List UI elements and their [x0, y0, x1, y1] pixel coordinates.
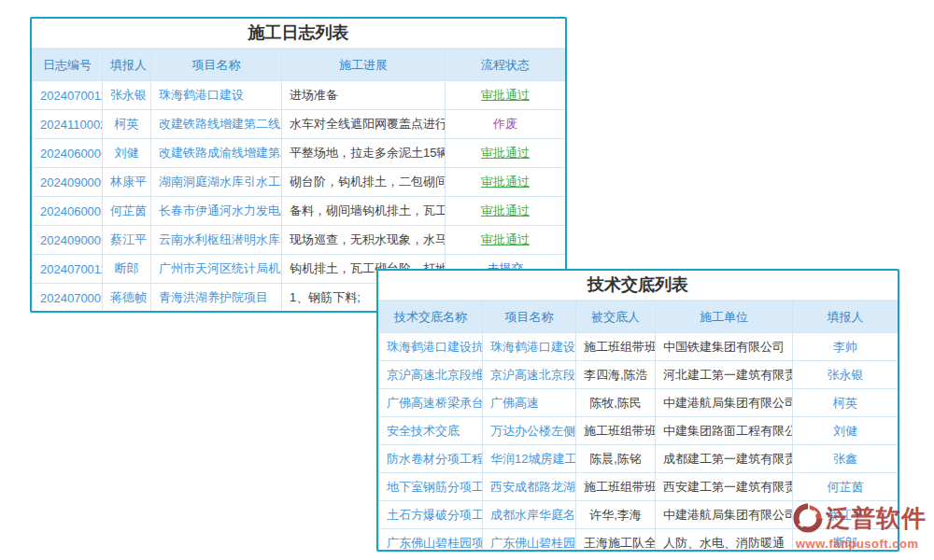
filler-cell[interactable]: 柯英	[793, 389, 899, 417]
table-row: 京沪高速北京段维修...京沪高速北京段维修李四海,陈浩河北建工第一建筑有限责任公…	[379, 361, 899, 389]
vendor-watermark: 泛普软件 www.fanpusoft.com	[790, 500, 928, 551]
table-row: 地下室钢筋分项工程...西安成都路龙湖上...施工班组带班...西安建工第一建筑…	[379, 473, 899, 501]
table-row: 2024110002柯英改建铁路线增建第二线直...水车对全线遮阳网覆盖点进行.…	[33, 110, 566, 139]
name-cell[interactable]: 广东佛山碧桂园项目...	[379, 529, 483, 553]
person-cell: 施工班组带班...	[576, 473, 656, 501]
name-cell[interactable]: 安全技术交底	[379, 417, 483, 445]
id-cell[interactable]: 2024070009	[33, 284, 103, 313]
watermark-url-text: www.fanpusoft.com	[790, 537, 928, 551]
id-cell[interactable]: 2024060005	[33, 197, 103, 226]
project-cell[interactable]: 广佛高速	[483, 389, 576, 417]
filler-cell[interactable]: 刘健	[103, 139, 151, 168]
status-cell[interactable]: 审批通过	[446, 226, 566, 255]
filler-cell[interactable]: 何芷茵	[103, 197, 151, 226]
project-cell[interactable]: 青海洪湖养护院项目	[151, 284, 282, 313]
name-cell[interactable]: 防水卷材分项工程施...	[379, 445, 483, 473]
progress-cell: 砌台阶，钩机排土，二包砌间...	[282, 168, 446, 197]
person-cell: 施工班组带班...	[576, 417, 656, 445]
filler-cell[interactable]: 张鑫	[793, 445, 899, 473]
person-cell: 陈牧,陈民	[576, 389, 656, 417]
project-cell[interactable]: 广东佛山碧桂园项目	[483, 529, 576, 553]
column-header: 项目名称	[483, 301, 576, 333]
name-cell[interactable]: 京沪高速北京段维修...	[379, 361, 483, 389]
filler-cell[interactable]: 蔡江平	[103, 226, 151, 255]
filler-cell[interactable]: 刘健	[793, 417, 899, 445]
project-cell[interactable]: 长春市伊通河水力发电厂...	[151, 197, 282, 226]
fanpu-logo-icon	[790, 500, 826, 536]
progress-cell: 水车对全线遮阳网覆盖点进行...	[282, 110, 446, 139]
filler-cell[interactable]: 张永银	[103, 81, 151, 110]
column-header: 日志编号	[33, 49, 103, 81]
project-cell[interactable]: 成都水岸华庭名苑...	[483, 501, 576, 529]
column-header: 被交底人	[576, 301, 656, 333]
person-cell: 许华,李海	[576, 501, 656, 529]
unit-cell: 西安建工第一建筑有限责任公司	[656, 473, 793, 501]
project-cell[interactable]: 华润12城房建工...	[483, 445, 576, 473]
name-cell[interactable]: 广佛高速桥梁承台施...	[379, 389, 483, 417]
id-cell[interactable]: 2024090009	[33, 168, 103, 197]
progress-cell: 现场巡查，无积水现象，水马...	[282, 226, 446, 255]
project-cell[interactable]: 珠海鹤港口建设	[151, 81, 282, 110]
log-window-title[interactable]: 施工日志列表	[32, 19, 565, 49]
unit-cell: 中建港航局集团有限公司	[656, 389, 793, 417]
unit-cell: 河北建工第一建筑有限责任公司	[656, 361, 793, 389]
id-cell[interactable]: 2024060006	[33, 139, 103, 168]
progress-cell: 备料，砌间墙钩机排土，瓦工...	[282, 197, 446, 226]
unit-cell: 成都建工第一建筑有限责任公司	[656, 445, 793, 473]
person-cell: 李四海,陈浩	[576, 361, 656, 389]
progress-cell: 进场准备	[282, 81, 446, 110]
status-cell[interactable]: 审批通过	[446, 197, 566, 226]
filler-cell[interactable]: 张永银	[793, 361, 899, 389]
name-cell[interactable]: 地下室钢筋分项工程...	[379, 473, 483, 501]
project-cell[interactable]: 万达办公楼左侧A...	[483, 417, 576, 445]
disclosure-window-title[interactable]: 技术交底列表	[378, 271, 898, 301]
project-cell[interactable]: 云南水利枢纽潜明水库一...	[151, 226, 282, 255]
table-row: 2024060006刘健改建铁路成渝线增建第二...平整场地，拉走多余泥土15辆…	[33, 139, 566, 168]
progress-cell: 平整场地，拉走多余泥土15辆...	[282, 139, 446, 168]
project-cell[interactable]: 改建铁路线增建第二线直...	[151, 110, 282, 139]
id-cell[interactable]: 2024090009	[33, 226, 103, 255]
project-cell[interactable]: 京沪高速北京段维修	[483, 361, 576, 389]
project-cell[interactable]: 湖南洞庭湖水库引水工程...	[151, 168, 282, 197]
filler-cell[interactable]: 蒋德帧	[103, 284, 151, 313]
unit-cell: 中国铁建集团有限公司	[656, 333, 793, 361]
column-header: 施工单位	[656, 301, 793, 333]
table-row: 珠海鹤港口建设抗浮...珠海鹤港口建设施工班组带班...中国铁建集团有限公司李帅	[379, 333, 899, 361]
filler-cell[interactable]: 李帅	[793, 333, 899, 361]
column-header: 技术交底名称	[379, 301, 483, 333]
project-cell[interactable]: 西安成都路龙湖上...	[483, 473, 576, 501]
status-cell[interactable]: 审批通过	[446, 139, 566, 168]
unit-cell: 中建港航局集团有限公司	[656, 501, 793, 529]
column-header: 项目名称	[151, 49, 282, 81]
id-cell[interactable]: 2024070011	[33, 81, 103, 110]
table-row: 2024090009蔡江平云南水利枢纽潜明水库一...现场巡查，无积水现象，水马…	[33, 226, 566, 255]
filler-cell[interactable]: 何芷茵	[793, 473, 899, 501]
project-cell[interactable]: 改建铁路成渝线增建第二...	[151, 139, 282, 168]
person-cell: 王海施工队全队	[576, 529, 656, 553]
status-cell[interactable]: 审批通过	[446, 81, 566, 110]
id-cell[interactable]: 2024070011	[33, 255, 103, 284]
project-cell[interactable]: 广州市天河区统计局机房...	[151, 255, 282, 284]
filler-cell[interactable]: 断郎	[103, 255, 151, 284]
unit-cell: 人防、水电、消防暖通	[656, 529, 793, 553]
column-header: 流程状态	[446, 49, 566, 81]
id-cell[interactable]: 2024110002	[33, 110, 103, 139]
name-cell[interactable]: 珠海鹤港口建设抗浮...	[379, 333, 483, 361]
disclosure-table-header-row: 技术交底名称项目名称被交底人施工单位填报人	[379, 301, 899, 333]
table-row: 2024060005何芷茵长春市伊通河水力发电厂...备料，砌间墙钩机排土，瓦工…	[33, 197, 566, 226]
project-cell[interactable]: 珠海鹤港口建设	[483, 333, 576, 361]
status-cell[interactable]: 作废	[446, 110, 566, 139]
table-row: 2024070011张永银珠海鹤港口建设进场准备审批通过	[33, 81, 566, 110]
person-cell: 陈晨,陈铭	[576, 445, 656, 473]
column-header: 填报人	[793, 301, 899, 333]
filler-cell[interactable]: 林康平	[103, 168, 151, 197]
name-cell[interactable]: 土石方爆破分项工程...	[379, 501, 483, 529]
table-row: 防水卷材分项工程施...华润12城房建工...陈晨,陈铭成都建工第一建筑有限责任…	[379, 445, 899, 473]
watermark-brand-text: 泛普软件	[826, 500, 927, 536]
person-cell: 施工班组带班...	[576, 333, 656, 361]
unit-cell: 中建集团路面工程有限公司	[656, 417, 793, 445]
column-header: 填报人	[103, 49, 151, 81]
status-cell[interactable]: 审批通过	[446, 168, 566, 197]
table-row: 2024090009林康平湖南洞庭湖水库引水工程...砌台阶，钩机排土，二包砌间…	[33, 168, 566, 197]
filler-cell[interactable]: 柯英	[103, 110, 151, 139]
